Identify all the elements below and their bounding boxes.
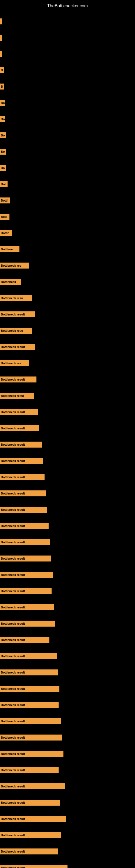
bar-row: Bott [0,213,135,220]
bar-label: Bottleneck result [0,686,59,692]
bar-row: Bottleneck result [0,473,135,481]
bar-row: Bottlenec [0,246,135,253]
bar-row: Bottleneck result [0,620,135,627]
bar-row: Bottleneck res [0,262,135,269]
bar-label: Bottleneck result [0,767,58,773]
bar-label: Bo [0,149,6,155]
bar-label: Bottleneck result [0,621,55,627]
bar-row: Bottleneck result [0,457,135,465]
bar-label: Bottleneck res [0,262,29,269]
bar-label: Bottl [0,197,10,204]
bar-row: Bottleneck result [0,815,135,823]
bar-row: Bottleneck result [0,750,135,757]
bar-row: Bottleneck result [0,848,135,855]
bar-row: Bottleneck result [0,376,135,383]
bar-label: Bottleneck result [0,523,49,529]
bar-label: Bottleneck result [0,735,62,741]
bar-label: Bottleneck result [0,816,66,822]
bar-row: Bottleneck result [0,685,135,692]
bar-label: Bottleneck resul [0,393,34,399]
bar-label: B [0,84,4,90]
bar-row: Bottleneck result [0,441,135,448]
bar-label: Bottleneck result [0,800,60,806]
bar-label: Bottleneck result [0,425,39,431]
bar-label: Bottleneck result [0,376,37,382]
bar-label: Bottleneck result [0,344,35,350]
bar-label: Bottleneck result [0,637,49,643]
bar-row: Bottleneck result [0,717,135,725]
bar-row: Bottleneck result [0,408,135,416]
bar-row: Bottleneck result [0,506,135,514]
bar-row: Bottle [0,229,135,237]
bar-label: Bottleneck result [0,539,50,545]
bar-row: Bottleneck result [0,490,135,497]
bar-label: Bottleneck result [0,490,46,496]
bar-label: Bottleneck result [0,604,54,610]
bar-label: Bottleneck result [0,653,57,659]
bar-row: Bottleneck resul [0,392,135,400]
bar-row: Bottleneck result [0,587,135,595]
bar-label: Bottleneck [0,279,21,285]
bar-label: Bottleneck result [0,409,38,415]
bar-row: Bottleneck result [0,652,135,660]
bar-row: Bottleneck result [0,766,135,774]
bar-row [0,50,135,58]
bar-label: Bottle [0,230,12,236]
bar-row: Bottleneck result [0,636,135,644]
bar-label: Bo [0,100,5,106]
bar-row: Bottleneck result [0,311,135,318]
bar-label: Bottleneck result [0,588,52,594]
bar-row: Bottleneck result [0,864,135,868]
bar-label: Bottleneck result [0,848,58,855]
bar-row [0,34,135,41]
bar-row: Bottleneck result [0,522,135,530]
bar-label [0,51,2,57]
bar-label [0,19,2,24]
bar-row: Bo [0,115,135,123]
bar-row: Bottleneck result [0,831,135,839]
bar-label: Bottleneck result [0,474,45,480]
bar-row: Bo [0,99,135,106]
bar-row: Bottleneck result [0,603,135,611]
bar-row: Bottleneck result [0,425,135,432]
bar-label: B [0,67,4,73]
bar-label: Bot [0,181,8,187]
bar-label: Bottleneck result [0,572,53,578]
bar-row: Bottleneck res [0,360,135,367]
bar-row: Bo [0,164,135,172]
bar-label: Bottleneck res [0,360,29,366]
bar-row: Bot [0,180,135,188]
bar-label [0,35,2,41]
bar-row: Bottleneck [0,278,135,286]
bar-row: Bottleneck resu [0,327,135,335]
bar-label: Bottleneck result [0,718,61,724]
bar-label: Bo [0,116,5,122]
bar-row: Bottleneck resu [0,294,135,302]
bar-label: Bottleneck result [0,783,65,789]
bar-label: Bottleneck result [0,311,35,317]
bar-row: Bo [0,148,135,155]
bar-label: Bottlenec [0,246,19,252]
bar-row: Bottleneck result [0,799,135,806]
bar-row: Bottl [0,197,135,204]
bar-label: Bottleneck result [0,556,51,561]
bar-label: Bottleneck result [0,670,58,675]
bar-row: Bottleneck result [0,782,135,790]
bar-row: Bottleneck result [0,538,135,546]
bar-label: Bottleneck result [0,702,58,708]
bar-row: B [0,66,135,74]
bar-label: Bottleneck result [0,865,68,868]
bar-label: Bottleneck result [0,442,42,447]
bar-label: Bottleneck result [0,458,43,464]
bar-label: Bottleneck result [0,832,61,838]
bar-row: Bottleneck result [0,571,135,579]
bar-row: B [0,83,135,90]
bar-row: Bo [0,131,135,139]
bar-row: Bottleneck result [0,343,135,351]
bar-label: Bott [0,214,9,220]
bar-row: Bottleneck result [0,701,135,709]
bar-label: Bottleneck resu [0,295,32,301]
bar-row: Bottleneck result [0,669,135,676]
bar-label: Bo [0,132,6,138]
bar-row [0,18,135,25]
